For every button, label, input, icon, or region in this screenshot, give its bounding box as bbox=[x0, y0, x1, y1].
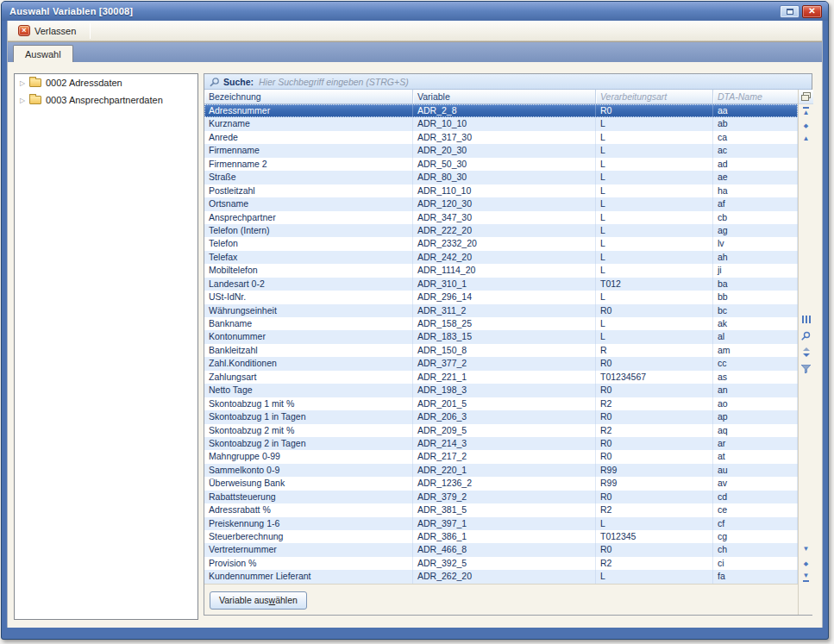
table-row[interactable]: OrtsnameADR_120_30Laf bbox=[204, 197, 798, 210]
cell-dta-name: as bbox=[713, 371, 798, 384]
cell-dta-name: aa bbox=[713, 104, 798, 117]
column-header-variable[interactable]: Variable bbox=[413, 90, 596, 103]
grid-search-icon[interactable] bbox=[800, 329, 813, 343]
title-bar[interactable]: Auswahl Variablen [30008] ✕ bbox=[2, 2, 828, 21]
table-row[interactable]: Zahl.KonditionenADR_377_2R0cc bbox=[204, 357, 798, 370]
cell-variable: ADR_10_10 bbox=[413, 117, 596, 130]
filter-icon[interactable] bbox=[800, 362, 813, 376]
scroll-up-button[interactable]: ▲ bbox=[800, 132, 813, 146]
cell-dta-name: ap bbox=[713, 410, 798, 423]
columns-icon[interactable] bbox=[800, 313, 813, 327]
expand-icon[interactable]: ▷ bbox=[20, 79, 29, 87]
cell-dta-name: ch bbox=[713, 543, 798, 556]
scroll-to-top-button[interactable]: ▲ bbox=[800, 104, 813, 118]
table-row[interactable]: TelefaxADR_242_20Lah bbox=[204, 251, 798, 264]
cell-dta-name: ad bbox=[713, 158, 798, 171]
column-chooser-button[interactable] bbox=[799, 90, 813, 104]
tree-item-label: 0003 Ansprechpartnerdaten bbox=[46, 95, 163, 105]
table-row[interactable]: AdressnummerADR_2_8R0aa bbox=[204, 104, 798, 117]
cell-variable: ADR_296_14 bbox=[413, 291, 596, 303]
search-input[interactable] bbox=[259, 77, 812, 87]
scroll-down-button[interactable]: ▼ bbox=[800, 542, 813, 556]
cell-bezeichnung: Anrede bbox=[204, 131, 413, 144]
table-row[interactable]: PostleitzahlADR_110_10Lha bbox=[204, 184, 798, 197]
table-row[interactable]: VertreternummerADR_466_8R0ch bbox=[204, 543, 798, 556]
tree-item-ansprechpartnerdaten[interactable]: ▷ 0003 Ansprechpartnerdaten bbox=[15, 91, 198, 109]
close-button[interactable]: ✕ bbox=[802, 5, 822, 18]
table-row[interactable]: Preiskennung 1-6ADR_397_1Lcf bbox=[204, 517, 798, 530]
cell-dta-name: ha bbox=[713, 184, 798, 197]
table-row[interactable]: Sammelkonto 0-9ADR_220_1R99au bbox=[204, 464, 798, 477]
sort-icon[interactable] bbox=[800, 346, 813, 360]
column-header-dta-name[interactable]: DTA-Name bbox=[713, 90, 798, 103]
scroll-to-bottom-button[interactable]: ▼ bbox=[800, 570, 813, 584]
table-row[interactable]: Landesart 0-2ADR_310_1T012ba bbox=[204, 278, 798, 291]
table-row[interactable]: FirmennameADR_20_30Lac bbox=[204, 144, 798, 157]
cell-verarbeitungsart: L bbox=[596, 570, 713, 583]
scroll-page-up-button[interactable]: ◆ bbox=[800, 118, 813, 132]
table-row[interactable]: Kundennummer LieferantADR_262_20Lfa bbox=[204, 570, 798, 583]
tab-auswahl[interactable]: Auswahl bbox=[13, 45, 73, 62]
table-row[interactable]: Mahngruppe 0-99ADR_217_2R0at bbox=[204, 450, 798, 463]
cell-bezeichnung: Ortsname bbox=[204, 197, 413, 210]
cell-verarbeitungsart: T012345 bbox=[596, 530, 713, 543]
cell-bezeichnung: Netto Tage bbox=[204, 384, 413, 397]
table-row[interactable]: TelefonADR_2332_20Llv bbox=[204, 237, 798, 250]
column-header-bezeichnung[interactable]: Bezeichnung bbox=[204, 90, 413, 103]
table-row[interactable]: MobiltelefonADR_1114_20Lji bbox=[204, 264, 798, 277]
cell-bezeichnung: Mobiltelefon bbox=[204, 264, 413, 277]
cell-bezeichnung: Rabattsteuerung bbox=[204, 491, 413, 503]
cell-variable: ADR_397_1 bbox=[413, 517, 596, 530]
cell-dta-name: ag bbox=[713, 224, 798, 237]
column-chooser-icon bbox=[801, 92, 811, 101]
tree-item-adressdaten[interactable]: ▷ 0002 Adressdaten bbox=[15, 74, 198, 91]
cell-variable: ADR_379_2 bbox=[413, 491, 596, 503]
cell-bezeichnung: Landesart 0-2 bbox=[204, 278, 413, 291]
table-row[interactable]: RabattsteuerungADR_379_2R0cd bbox=[204, 491, 798, 503]
folder-icon bbox=[29, 96, 41, 104]
search-bar: Suche: bbox=[204, 74, 812, 90]
cell-variable: ADR_2_8 bbox=[413, 104, 596, 117]
table-row[interactable]: StraßeADR_80_30Lae bbox=[204, 171, 798, 184]
table-row[interactable]: Firmenname 2ADR_50_30Lad bbox=[204, 158, 798, 171]
table-row[interactable]: AnredeADR_317_30Lca bbox=[204, 131, 798, 144]
table-row[interactable]: Adressrabatt %ADR_381_5R2ce bbox=[204, 503, 798, 516]
select-variable-button[interactable]: Variable auswählen bbox=[210, 591, 307, 610]
table-row[interactable]: BanknameADR_158_25Lak bbox=[204, 317, 798, 330]
cell-variable: ADR_381_5 bbox=[413, 503, 596, 516]
table-row[interactable]: AnsprechpartnerADR_347_30Lcb bbox=[204, 211, 798, 224]
cell-dta-name: cf bbox=[713, 517, 798, 530]
table-row[interactable]: Skontoabzug 2 mit %ADR_209_5R2aq bbox=[204, 424, 798, 437]
close-icon: ✕ bbox=[808, 7, 815, 16]
expand-icon[interactable]: ▷ bbox=[20, 97, 29, 104]
grid-scrollbar-strip: ▲ ◆ ▲ bbox=[798, 90, 813, 615]
table-row[interactable]: KurznameADR_10_10Lab bbox=[204, 117, 798, 130]
scroll-page-down-button[interactable]: ◆ bbox=[800, 556, 813, 570]
toolbar: × Verlassen bbox=[8, 21, 822, 41]
cell-dta-name: av bbox=[713, 477, 798, 490]
cell-variable: ADR_392_5 bbox=[413, 557, 596, 570]
table-row[interactable]: Skontoabzug 2 in TagenADR_214_3R0ar bbox=[204, 437, 798, 450]
table-row[interactable]: Telefon (Intern)ADR_222_20Lag bbox=[204, 224, 798, 237]
restore-button[interactable] bbox=[780, 5, 800, 18]
cell-bezeichnung: Bankleitzahl bbox=[204, 344, 413, 357]
table-row[interactable]: Skontoabzug 1 mit %ADR_201_5R2ao bbox=[204, 397, 798, 410]
table-row[interactable]: BankleitzahlADR_150_8Ram bbox=[204, 344, 798, 357]
table-row[interactable]: SteuerberechnungADR_386_1T012345cg bbox=[204, 530, 798, 543]
column-header-verarbeitungsart[interactable]: Verarbeitungsart bbox=[596, 90, 713, 103]
table-row[interactable]: Netto TageADR_198_3R0an bbox=[204, 384, 798, 397]
cell-bezeichnung: Mahngruppe 0-99 bbox=[204, 450, 413, 463]
cell-verarbeitungsart: L bbox=[596, 517, 713, 530]
cell-dta-name: ao bbox=[713, 397, 798, 410]
table-row[interactable]: Skontoabzug 1 in TagenADR_206_3R0ap bbox=[204, 410, 798, 423]
table-row[interactable]: USt-IdNr.ADR_296_14Lbb bbox=[204, 291, 798, 303]
exit-button[interactable]: × Verlassen bbox=[14, 22, 83, 39]
table-row[interactable]: ZahlungsartADR_221_1T01234567as bbox=[204, 371, 798, 384]
cell-variable: ADR_110_10 bbox=[413, 184, 596, 197]
table-row[interactable]: WährungseinheitADR_311_2R0bc bbox=[204, 304, 798, 317]
table-row[interactable]: Provision %ADR_392_5R2ci bbox=[204, 557, 798, 570]
cell-verarbeitungsart: R0 bbox=[596, 304, 713, 317]
table-row[interactable]: KontonummerADR_183_15Lal bbox=[204, 330, 798, 343]
table-row[interactable]: Überweisung BankADR_1236_2R99av bbox=[204, 477, 798, 490]
cell-verarbeitungsart: R0 bbox=[596, 104, 713, 117]
